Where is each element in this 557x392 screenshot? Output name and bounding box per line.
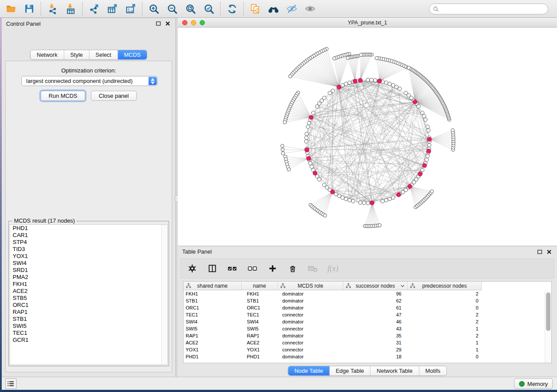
hide-selected-icon[interactable] — [283, 1, 301, 17]
network-canvas[interactable] — [178, 28, 557, 246]
network-node[interactable] — [426, 125, 429, 128]
float-table-panel-icon[interactable] — [536, 248, 543, 255]
network-node[interactable] — [398, 87, 401, 90]
network-node[interactable] — [421, 111, 424, 114]
mcds-hub-node[interactable] — [330, 190, 335, 194]
network-node[interactable] — [304, 136, 308, 139]
close-table-panel-icon[interactable] — [546, 248, 553, 255]
mcds-hub-node[interactable] — [358, 78, 363, 83]
export-network-icon[interactable] — [85, 1, 103, 17]
tab-style[interactable]: Style — [64, 50, 89, 59]
memory-button[interactable]: Memory — [514, 378, 553, 389]
deselect-all-icon[interactable] — [246, 262, 259, 275]
network-node[interactable] — [428, 143, 431, 147]
column-header-role[interactable]: MCDS role — [278, 282, 343, 290]
mcds-result-item[interactable]: RAP1 — [10, 309, 167, 316]
add-column-icon[interactable] — [266, 262, 279, 275]
show-all-icon[interactable] — [301, 1, 319, 17]
mcds-result-item[interactable]: GCR1 — [10, 337, 167, 344]
table-row[interactable]: RAP1RAP1dominator352 — [183, 332, 545, 339]
column-header-pred[interactable]: predecessor nodes — [408, 282, 482, 290]
close-panel-button[interactable]: Close panel — [91, 91, 137, 101]
network-node[interactable] — [451, 129, 454, 132]
network-node[interactable] — [307, 121, 311, 125]
network-node[interactable] — [424, 118, 427, 121]
mcds-result-item[interactable]: ORC1 — [10, 302, 167, 309]
mcds-result-item[interactable]: PMA2 — [10, 274, 167, 281]
mcds-hub-node[interactable] — [353, 79, 357, 83]
table-scrollbar-thumb[interactable] — [546, 292, 550, 331]
mcds-result-item[interactable]: CAR1 — [10, 232, 167, 239]
refresh-icon[interactable] — [223, 1, 241, 17]
network-node[interactable] — [417, 105, 420, 108]
network-node[interactable] — [344, 82, 348, 86]
table-settings-icon[interactable] — [186, 262, 198, 275]
column-header-shared[interactable]: shared name — [183, 282, 242, 290]
import-table-icon[interactable] — [62, 1, 80, 17]
network-node[interactable] — [341, 196, 344, 199]
mcds-result-item[interactable]: PHD1 — [10, 225, 167, 232]
table-row[interactable]: YOX1YOX1connector291 — [183, 346, 545, 353]
zoom-out-icon[interactable] — [163, 1, 181, 17]
column-header-succ[interactable]: successor nodes — [343, 282, 408, 290]
network-node[interactable] — [305, 132, 308, 136]
network-node[interactable] — [281, 151, 285, 155]
mcds-hub-node[interactable] — [313, 171, 317, 175]
network-node[interactable] — [391, 83, 395, 87]
float-panel-icon[interactable] — [155, 20, 162, 27]
open-file-icon[interactable] — [2, 1, 20, 17]
network-node[interactable] — [388, 197, 391, 201]
table-row[interactable]: PHD1PHD1dominator180 — [183, 353, 545, 360]
network-node[interactable] — [304, 140, 308, 143]
network-node[interactable] — [311, 111, 315, 114]
mcds-result-item[interactable]: STB1 — [10, 316, 167, 323]
network-node[interactable] — [323, 214, 327, 217]
table-tab-node-table[interactable]: Node Table — [288, 366, 329, 375]
network-node[interactable] — [280, 144, 284, 148]
network-node[interactable] — [430, 190, 434, 193]
network-node[interactable] — [287, 168, 291, 171]
search-input[interactable] — [441, 6, 548, 12]
close-panel-icon[interactable] — [164, 20, 171, 27]
table-row[interactable]: FKH1FKH1dominator962 — [183, 290, 545, 297]
mcds-result-item[interactable]: TID3 — [10, 246, 167, 253]
delete-column-icon[interactable] — [287, 262, 299, 275]
mcds-result-item[interactable]: FKH1 — [10, 281, 167, 288]
column-header-name[interactable]: name — [242, 282, 278, 290]
tab-mcds[interactable]: MCDS — [118, 50, 147, 59]
network-node[interactable] — [310, 165, 313, 168]
network-node[interactable] — [378, 224, 381, 227]
table-scrollbar[interactable] — [545, 290, 551, 363]
zoom-fit-icon[interactable] — [181, 1, 200, 17]
search-network-icon[interactable] — [264, 1, 283, 17]
network-node[interactable] — [281, 148, 284, 151]
mcds-hub-node[interactable] — [307, 156, 311, 161]
mcds-hub-node[interactable] — [309, 115, 313, 120]
table-row[interactable]: SWI5SWI5connector431 — [183, 325, 545, 332]
network-node[interactable] — [322, 183, 326, 187]
network-node[interactable] — [362, 201, 366, 205]
network-node[interactable] — [370, 78, 373, 82]
network-node[interactable] — [391, 196, 395, 199]
network-node[interactable] — [384, 198, 388, 202]
network-node[interactable] — [375, 56, 378, 60]
mcds-result-item[interactable]: STB5 — [10, 295, 167, 302]
network-node[interactable] — [426, 155, 429, 158]
mcds-hub-node[interactable] — [305, 148, 309, 152]
mcds-result-item[interactable]: SWI5 — [10, 323, 167, 330]
table-row[interactable]: STB1STB1dominator620 — [183, 297, 545, 304]
tab-select[interactable]: Select — [89, 50, 118, 59]
mcds-hub-node[interactable] — [413, 100, 417, 104]
network-node[interactable] — [283, 120, 287, 124]
network-node[interactable] — [348, 81, 351, 84]
network-node[interactable] — [360, 53, 363, 57]
mcds-result-item[interactable]: SWI4 — [10, 260, 167, 267]
table-tab-motifs[interactable]: Motifs — [419, 366, 446, 375]
table-row[interactable]: SWI4SWI4dominator462 — [183, 318, 545, 325]
mcds-hub-node[interactable] — [370, 201, 374, 205]
network-node[interactable] — [341, 83, 344, 87]
table-row[interactable]: ORC1ORC1dominator610 — [183, 304, 545, 311]
mcds-list-scrollbar[interactable] — [161, 225, 167, 364]
network-node[interactable] — [359, 201, 362, 204]
network-node[interactable] — [388, 82, 391, 86]
